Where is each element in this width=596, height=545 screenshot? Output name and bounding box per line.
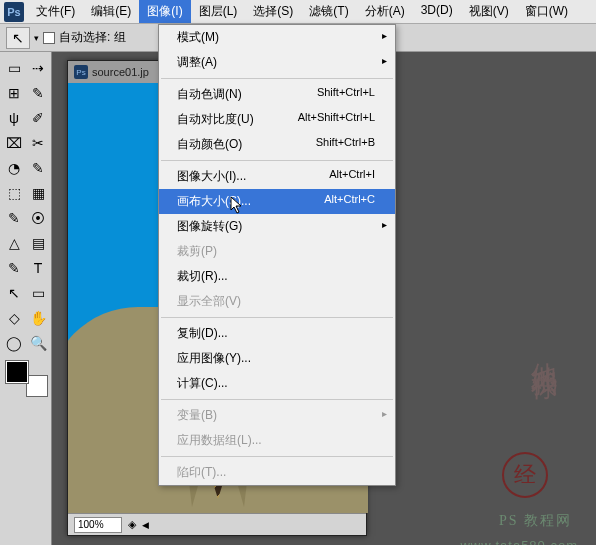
- tool-5-0[interactable]: ⬚: [2, 181, 26, 205]
- tool-8-1[interactable]: T: [26, 256, 50, 280]
- menu-entry[interactable]: 自动颜色(O)Shift+Ctrl+B: [159, 132, 395, 157]
- status-info-icon[interactable]: ◈: [128, 518, 136, 531]
- tool-2-0[interactable]: ψ: [2, 106, 26, 130]
- menu-entry-shortcut: Shift+Ctrl+L: [317, 86, 375, 103]
- menu-entry[interactable]: 应用图像(Y)...: [159, 346, 395, 371]
- menu-item-9[interactable]: 窗口(W): [517, 0, 576, 23]
- tool-2-1[interactable]: ✐: [26, 106, 50, 130]
- tool-5-1[interactable]: ▦: [26, 181, 50, 205]
- mouse-cursor-icon: [230, 196, 244, 214]
- tool-11-1[interactable]: 🔍: [26, 331, 50, 355]
- auto-select-checkbox[interactable]: [43, 32, 55, 44]
- group-selector[interactable]: 组: [114, 29, 126, 46]
- menu-entry-label: 陷印(T)...: [177, 464, 375, 481]
- menu-entry-label: 图像旋转(G): [177, 218, 375, 235]
- watermark-url: www.tata580.com: [460, 538, 578, 545]
- menu-entry-label: 变量(B): [177, 407, 375, 424]
- menu-item-7[interactable]: 3D(D): [413, 0, 461, 23]
- menu-entry[interactable]: 画布大小(S)...Alt+Ctrl+C: [159, 189, 395, 214]
- menu-entry-label: 裁切(R)...: [177, 268, 375, 285]
- tool-10-1[interactable]: ✋: [26, 306, 50, 330]
- document-title: source01.jp: [92, 66, 149, 78]
- menu-entry-label: 自动色调(N): [177, 86, 317, 103]
- menu-separator: [161, 78, 393, 79]
- menu-item-5[interactable]: 滤镜(T): [301, 0, 356, 23]
- tool-7-1[interactable]: ▤: [26, 231, 50, 255]
- tool-3-0[interactable]: ⌧: [2, 131, 26, 155]
- tool-10-0[interactable]: ◇: [2, 306, 26, 330]
- menu-separator: [161, 160, 393, 161]
- tool-0-0[interactable]: ▭: [2, 56, 26, 80]
- tool-9-0[interactable]: ↖: [2, 281, 26, 305]
- move-tool-icon: ↖: [12, 30, 24, 46]
- foreground-color-swatch[interactable]: [6, 361, 28, 383]
- menu-entry-label: 计算(C)...: [177, 375, 375, 392]
- menu-separator: [161, 456, 393, 457]
- menu-entry-label: 画布大小(S)...: [177, 193, 324, 210]
- menu-separator: [161, 317, 393, 318]
- menu-item-8[interactable]: 视图(V): [461, 0, 517, 23]
- watermark-subtitle: PS 教程网: [499, 512, 572, 530]
- menu-entry: 陷印(T)...: [159, 460, 395, 485]
- menu-item-6[interactable]: 分析(A): [357, 0, 413, 23]
- menu-entry: 裁剪(P): [159, 239, 395, 264]
- watermark-stamp: 经: [502, 452, 548, 498]
- menu-entry[interactable]: 自动对比度(U)Alt+Shift+Ctrl+L: [159, 107, 395, 132]
- menu-item-0[interactable]: 文件(F): [28, 0, 83, 23]
- tool-1-1[interactable]: ✎: [26, 81, 50, 105]
- tool-11-0[interactable]: ◯: [2, 331, 26, 355]
- menu-entry-shortcut: Alt+Shift+Ctrl+L: [298, 111, 375, 128]
- menu-item-2[interactable]: 图像(I): [139, 0, 190, 23]
- menu-entry[interactable]: 复制(D)...: [159, 321, 395, 346]
- menu-entry-label: 图像大小(I)...: [177, 168, 329, 185]
- menu-item-3[interactable]: 图层(L): [191, 0, 246, 23]
- tool-6-0[interactable]: ✎: [2, 206, 26, 230]
- doc-icon: Ps: [74, 65, 88, 79]
- menu-entry[interactable]: 计算(C)...: [159, 371, 395, 396]
- image-menu-dropdown: 模式(M)调整(A)自动色调(N)Shift+Ctrl+L自动对比度(U)Alt…: [158, 24, 396, 486]
- tool-6-1[interactable]: ⦿: [26, 206, 50, 230]
- menu-entry-shortcut: Shift+Ctrl+B: [316, 136, 375, 153]
- menu-entry-label: 裁剪(P): [177, 243, 375, 260]
- status-scroll-left-icon[interactable]: ◀: [142, 520, 149, 530]
- menu-entry-shortcut: Alt+Ctrl+C: [324, 193, 375, 210]
- menu-entry[interactable]: 图像大小(I)...Alt+Ctrl+I: [159, 164, 395, 189]
- active-tool-display[interactable]: ↖: [6, 27, 30, 49]
- menu-item-4[interactable]: 选择(S): [245, 0, 301, 23]
- tool-4-1[interactable]: ✎: [26, 156, 50, 180]
- menu-entry-label: 模式(M): [177, 29, 375, 46]
- tool-0-1[interactable]: ⇢: [26, 56, 50, 80]
- tool-9-1[interactable]: ▭: [26, 281, 50, 305]
- menu-entry-shortcut: Alt+Ctrl+I: [329, 168, 375, 185]
- menu-entry-label: 应用图像(Y)...: [177, 350, 375, 367]
- tool-4-0[interactable]: ◔: [2, 156, 26, 180]
- menu-entry[interactable]: 自动色调(N)Shift+Ctrl+L: [159, 82, 395, 107]
- menu-item-1[interactable]: 编辑(E): [83, 0, 139, 23]
- menu-entry: 应用数据组(L)...: [159, 428, 395, 453]
- tool-8-0[interactable]: ✎: [2, 256, 26, 280]
- background-color-swatch[interactable]: [26, 375, 48, 397]
- tools-panel: ▭⇢⊞✎ψ✐⌧✂◔✎⬚▦✎⦿△▤✎T↖▭◇✋◯🔍: [0, 52, 52, 545]
- menu-entry-label: 应用数据组(L)...: [177, 432, 375, 449]
- tool-7-0[interactable]: △: [2, 231, 26, 255]
- menu-bar: Ps 文件(F)编辑(E)图像(I)图层(L)选择(S)滤镜(T)分析(A)3D…: [0, 0, 596, 24]
- menu-entry[interactable]: 调整(A): [159, 50, 395, 75]
- tool-3-1[interactable]: ✂: [26, 131, 50, 155]
- tool-1-0[interactable]: ⊞: [2, 81, 26, 105]
- zoom-input[interactable]: 100%: [74, 517, 122, 533]
- watermark-text: 他她我你: [528, 342, 558, 358]
- app-logo: Ps: [4, 2, 24, 22]
- menu-entry: 显示全部(V): [159, 289, 395, 314]
- menu-entry[interactable]: 模式(M): [159, 25, 395, 50]
- options-dropdown-arrow-icon[interactable]: ▾: [34, 33, 39, 43]
- menu-entry[interactable]: 图像旋转(G): [159, 214, 395, 239]
- menu-entry: 变量(B): [159, 403, 395, 428]
- menu-separator: [161, 399, 393, 400]
- document-status-bar: 100% ◈ ◀: [68, 513, 366, 535]
- menu-entry-label: 调整(A): [177, 54, 375, 71]
- menu-entry-label: 显示全部(V): [177, 293, 375, 310]
- menu-entry-label: 自动颜色(O): [177, 136, 316, 153]
- menu-entry[interactable]: 裁切(R)...: [159, 264, 395, 289]
- menu-entry-label: 复制(D)...: [177, 325, 375, 342]
- color-swatches[interactable]: [6, 361, 48, 397]
